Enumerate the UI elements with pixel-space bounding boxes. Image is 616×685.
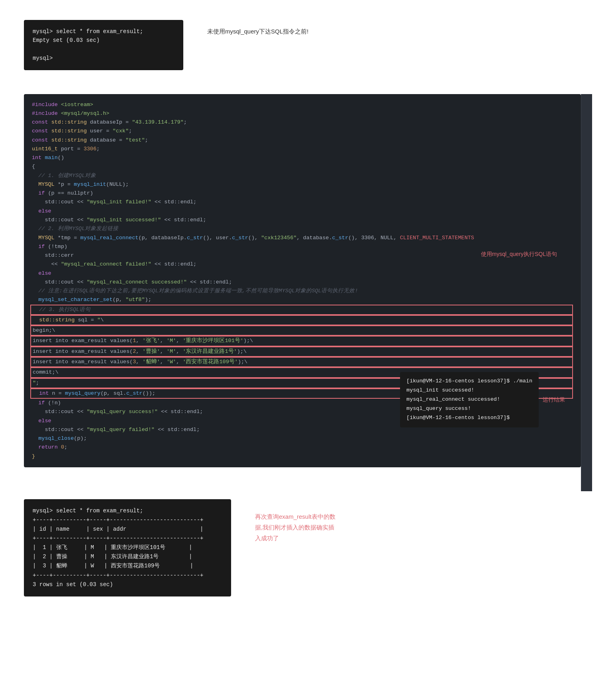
sql-l2: std::string sql = "\: [30, 315, 573, 325]
result-l7: | 3 | 貂蝉 | W | 西安市莲花路109号 |: [33, 561, 222, 571]
code-l10: MYSQL *p = mysql_init(NULL);: [32, 180, 573, 189]
run-result-block: [ikun@VM-12-16-centos lesson37]$ ./main …: [400, 372, 565, 427]
run-l5: [ikun@VM-12-16-centos lesson37]$: [406, 413, 532, 423]
code-l1: #include <iostream>: [32, 100, 573, 109]
annotation-before: 未使用mysql_query下达SQL指令之前!: [207, 20, 308, 35]
run-l1: [ikun@VM-12-16-centos lesson37]$ ./main: [406, 377, 532, 386]
code-l13: else: [32, 207, 573, 216]
terminal-after: mysql> select * from exam_result; +----+…: [24, 499, 231, 596]
terminal-line-2: Empty set (0.03 sec): [33, 36, 175, 45]
sql-l6: insert into exam_result values(3, '貂蝉', …: [30, 357, 573, 367]
code-l23: mysql_set_character_set(p, "utf8");: [32, 295, 573, 304]
terminal-line-1: mysql> select * from exam_result;: [33, 27, 175, 36]
sql-l5: insert into exam_result values(2, '曹操', …: [30, 346, 573, 357]
annotation-run: 运行结果: [543, 395, 565, 404]
annotation-result-l2: 据,我们刚才插入的数据确实插: [255, 522, 335, 533]
run-l4: mysql_query success!: [406, 404, 532, 413]
code-l11: if (p == nullptr): [32, 189, 573, 198]
section-before: mysql> select * from exam_result; Empty …: [24, 20, 592, 70]
terminal-line-3: [33, 45, 175, 54]
terminal-line-4: mysql>: [33, 54, 175, 63]
result-l6: | 2 | 曹操 | M | 东汉许昌建业路1号 |: [33, 552, 222, 561]
terminal-before: mysql> select * from exam_result; Empty …: [24, 20, 183, 70]
code-editor-sidebar: [581, 94, 592, 491]
annotation-mysql-query: 使用mysql_query执行SQL语句: [481, 250, 557, 259]
code-l34: mysql_close(p);: [32, 434, 573, 443]
section-after: mysql> select * from exam_result; +----+…: [24, 499, 592, 596]
sql-l3: begin;\: [30, 325, 573, 336]
code-l2: #include <mysql/mysql.h>: [32, 109, 573, 118]
code-l36: }: [32, 452, 573, 461]
code-l14: std::cout << "mysql_init successed!" << …: [32, 216, 573, 224]
result-l4: +----+----------+-----+-----------------…: [33, 534, 222, 543]
annotation-result: 再次查询exam_result表中的数 据,我们刚才插入的数据确实插 入成功了: [255, 499, 335, 543]
code-l6: uint16_t port = 3306;: [32, 145, 573, 154]
code-l19: << "mysql_real_connect failed!" << std::…: [32, 260, 573, 269]
code-l8: {: [32, 162, 573, 171]
code-editor-section: #include <iostream> #include <mysql/mysq…: [24, 94, 592, 491]
code-l7: int main(): [32, 154, 573, 162]
code-l21: std::cout << "mysql_real_connect success…: [32, 278, 573, 287]
result-l2: +----+----------+-----+-----------------…: [33, 516, 222, 525]
run-l3: mysql_real_connect successed!: [406, 395, 532, 404]
code-l9: // 1. 创建MYSQL对象: [32, 171, 573, 180]
result-l9: 3 rows in set (0.03 sec): [33, 580, 222, 589]
annotation-result-l1: 再次查询exam_result表中的数: [255, 511, 335, 522]
code-l3: const std::string databaseIp = "43.139.1…: [32, 118, 573, 127]
code-l4: const std::string user = "cxk";: [32, 127, 573, 136]
result-l1: mysql> select * from exam_result;: [33, 506, 222, 516]
code-l20: else: [32, 269, 573, 278]
page-wrapper: mysql> select * from exam_result; Empty …: [0, 0, 616, 608]
result-l8: +----+----------+-----+-----------------…: [33, 571, 222, 580]
code-l35: return 0;: [32, 443, 573, 452]
run-l2: mysql_init successed!: [406, 386, 532, 395]
code-l12: std::cout << "mysql_init failed!" << std…: [32, 198, 573, 207]
result-l3: | id | name | sex | addr |: [33, 525, 222, 534]
sql-l4: insert into exam_result values(1, '张飞', …: [30, 336, 573, 346]
terminal-run: [ikun@VM-12-16-centos lesson37]$ ./main …: [400, 372, 539, 427]
code-l5: const std::string database = "test";: [32, 136, 573, 145]
code-l22: // 注意:在进行SQL语句的下达之前,要把MYSQL对象的编码格式设置于服务端…: [32, 287, 573, 295]
result-l5: | 1 | 张飞 | M | 重庆市沙坪坝区101号 |: [33, 543, 222, 552]
code-l16: MYSQL *tmp = mysql_real_connect(p, datab…: [32, 234, 573, 242]
run-row: [ikun@VM-12-16-centos lesson37]$ ./main …: [400, 372, 565, 427]
annotation-result-l3: 入成功了: [255, 533, 335, 543]
code-l15: // 2. 利用MYSQL对象发起链接: [32, 224, 573, 233]
code-editor: #include <iostream> #include <mysql/mysq…: [24, 94, 581, 467]
sql-highlight-block: // 3. 执行SQL语句: [30, 305, 573, 315]
